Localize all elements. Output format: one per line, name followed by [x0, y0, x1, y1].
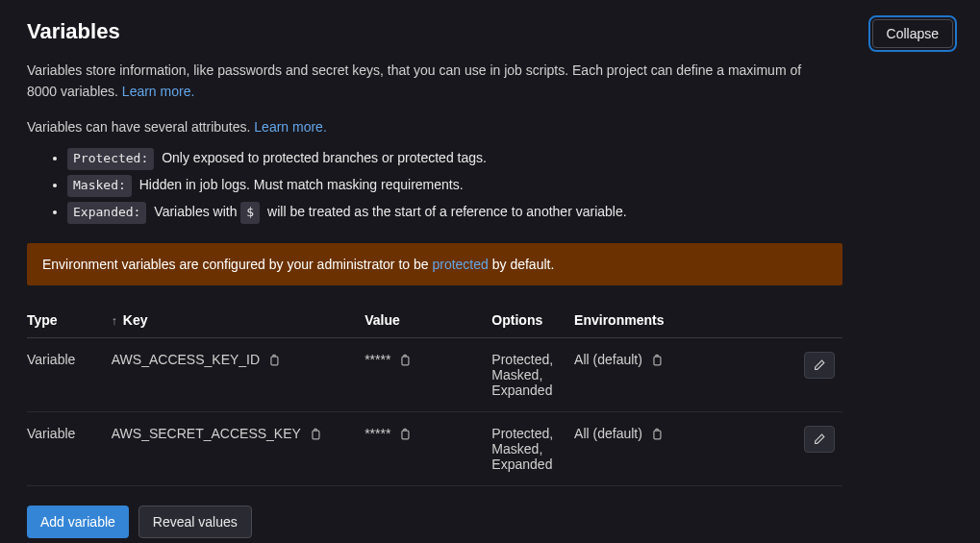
cell-key: AWS_ACCESS_KEY_ID: [112, 337, 364, 411]
table-row: VariableAWS_ACCESS_KEY_ID*****Protected,…: [27, 337, 842, 411]
page-title: Variables: [27, 19, 120, 44]
svg-rect-3: [313, 431, 319, 439]
copy-env-icon[interactable]: [650, 428, 664, 441]
reveal-values-button[interactable]: Reveal values: [138, 506, 252, 538]
cell-type: Variable: [27, 337, 112, 411]
intro-text: Variables store information, like passwo…: [27, 60, 835, 103]
th-key-label: Key: [123, 312, 148, 328]
badge-expanded: Expanded:: [67, 202, 146, 224]
cell-actions: [803, 337, 842, 411]
cell-actions: [803, 411, 842, 485]
attrs-intro: Variables can have several attributes. L…: [27, 116, 835, 137]
attrs-intro-body: Variables can have several attributes.: [27, 119, 254, 135]
cell-env: All (default): [574, 337, 803, 411]
copy-key-icon[interactable]: [267, 354, 281, 367]
attr-desc: Hidden in job logs. Must match masking r…: [139, 177, 464, 192]
edit-button[interactable]: [804, 352, 835, 379]
cell-value: *****: [364, 337, 491, 411]
table-row: VariableAWS_SECRET_ACCESS_KEY*****Protec…: [27, 411, 842, 485]
copy-env-icon[interactable]: [650, 354, 664, 367]
copy-value-icon[interactable]: [398, 428, 412, 441]
svg-rect-2: [654, 357, 661, 365]
sort-asc-icon: ↑: [112, 314, 117, 328]
attr-desc: Only exposed to protected branches or pr…: [162, 150, 487, 165]
th-actions: [803, 303, 842, 338]
variables-table: Type ↑Key Value Options Environments Var…: [27, 303, 842, 486]
badge-masked: Masked:: [67, 175, 132, 197]
edit-button[interactable]: [804, 426, 835, 453]
attr-desc-post: will be treated as the start of a refere…: [264, 204, 626, 219]
alert-pre: Environment variables are configured by …: [42, 257, 432, 272]
th-key[interactable]: ↑Key: [112, 303, 364, 338]
attr-item-protected: Protected: Only exposed to protected bra…: [67, 147, 953, 170]
attributes-list: Protected: Only exposed to protected bra…: [27, 147, 953, 223]
learn-more-link-1[interactable]: Learn more.: [122, 84, 194, 99]
attr-item-masked: Masked: Hidden in job logs. Must match m…: [67, 174, 953, 197]
attr-desc-pre: Variables with: [154, 204, 240, 219]
cell-options: Protected, Masked, Expanded: [491, 411, 574, 485]
protected-link[interactable]: protected: [432, 257, 488, 272]
collapse-button[interactable]: Collapse: [872, 19, 953, 48]
cell-options: Protected, Masked, Expanded: [491, 337, 574, 411]
th-value[interactable]: Value: [364, 303, 491, 338]
th-type[interactable]: Type: [27, 303, 112, 338]
cell-type: Variable: [27, 411, 112, 485]
copy-value-icon[interactable]: [398, 354, 412, 367]
badge-protected: Protected:: [67, 148, 154, 170]
attr-item-expanded: Expanded: Variables with $ will be treat…: [67, 201, 953, 224]
cell-env: All (default): [574, 411, 803, 485]
svg-rect-0: [271, 357, 278, 365]
learn-more-link-2[interactable]: Learn more.: [254, 119, 326, 135]
th-options[interactable]: Options: [491, 303, 574, 338]
admin-alert: Environment variables are configured by …: [27, 243, 842, 285]
th-environments[interactable]: Environments: [574, 303, 803, 338]
alert-post: by default.: [489, 257, 555, 272]
add-variable-button[interactable]: Add variable: [27, 506, 129, 538]
cell-value: *****: [364, 411, 491, 485]
svg-rect-5: [654, 431, 661, 439]
svg-rect-4: [402, 431, 409, 439]
cell-key: AWS_SECRET_ACCESS_KEY: [112, 411, 364, 485]
svg-rect-1: [402, 357, 409, 365]
copy-key-icon[interactable]: [309, 428, 322, 441]
code-dollar: $: [240, 202, 260, 224]
